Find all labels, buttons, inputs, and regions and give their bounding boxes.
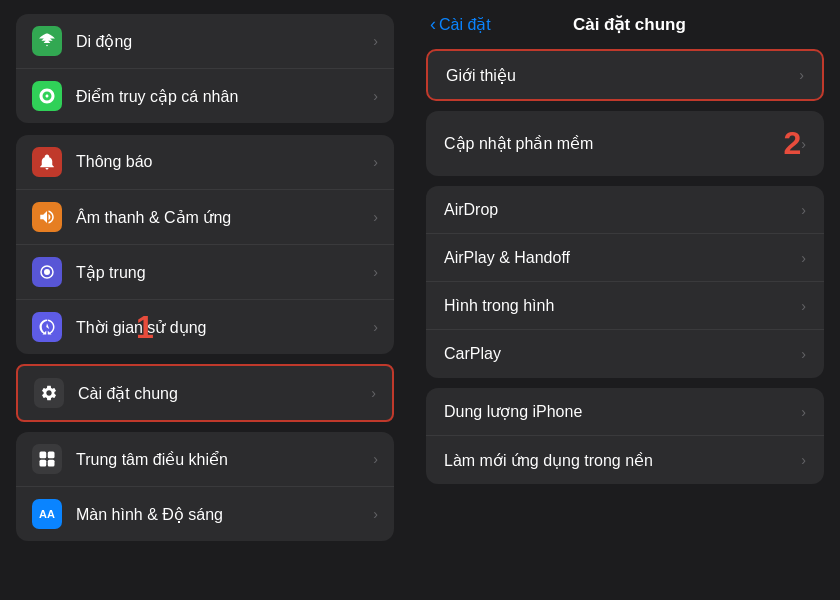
man-hinh-icon: AA [32,499,62,529]
svg-rect-3 [48,460,55,467]
sidebar-item-tap-trung[interactable]: Tập trung › [16,245,394,300]
right-header: ‹ Cài đặt Cài đặt chung [410,0,840,45]
right-group-a: Giới thiệu › [426,49,824,101]
right-item-hinh-trong-hinh[interactable]: Hình trong hình › [426,282,824,330]
svg-rect-1 [48,452,55,459]
thong-bao-chevron: › [373,154,378,170]
right-item-dung-luong[interactable]: Dung lượng iPhone › [426,388,824,436]
di-dong-chevron: › [373,33,378,49]
am-thanh-chevron: › [373,209,378,225]
gioi-thieu-chevron: › [799,67,804,83]
left-panel: Di động › Điểm truy cập cá nhân › Thông … [0,0,410,600]
badge-2: 2 [784,125,802,162]
tap-trung-label: Tập trung [76,263,373,282]
right-group-cap-nhat: Cập nhật phần mềm 2 › [426,111,824,176]
right-panel: ‹ Cài đặt Cài đặt chung Giới thiệu › Cập… [410,0,840,600]
man-hinh-label: Màn hình & Độ sáng [76,505,373,524]
hinh-trong-hinh-chevron: › [801,298,806,314]
man-hinh-chevron: › [373,506,378,522]
sidebar-item-diem-truy-cap[interactable]: Điểm truy cập cá nhân › [16,69,394,123]
trung-tam-label: Trung tâm điều khiển [76,450,373,469]
right-item-airdrop[interactable]: AirDrop › [426,186,824,234]
back-button[interactable]: ‹ Cài đặt [430,14,491,35]
am-thanh-icon [32,202,62,232]
highlighted-cai-dat-chung: Cài đặt chung › [16,364,394,422]
tap-trung-icon [32,257,62,287]
cai-dat-chung-icon [34,378,64,408]
svg-rect-2 [40,460,47,467]
right-item-airplay[interactable]: AirPlay & Handoff › [426,234,824,282]
settings-group-1: Di động › Điểm truy cập cá nhân › [16,14,394,123]
carplay-chevron: › [801,346,806,362]
back-label: Cài đặt [439,15,491,34]
sidebar-item-di-dong[interactable]: Di động › [16,14,394,69]
lam-moi-label: Làm mới ứng dụng trong nền [444,451,801,470]
carplay-label: CarPlay [444,345,801,363]
thoi-gian-icon [32,312,62,342]
cai-dat-chung-chevron: › [371,385,376,401]
tap-trung-chevron: › [373,264,378,280]
lam-moi-chevron: › [801,452,806,468]
airplay-chevron: › [801,250,806,266]
airplay-label: AirPlay & Handoff [444,249,801,267]
sidebar-item-cai-dat-chung[interactable]: Cài đặt chung › [18,366,392,420]
thong-bao-icon [32,147,62,177]
am-thanh-label: Âm thanh & Cảm ứng [76,208,373,227]
right-item-gioi-thieu[interactable]: Giới thiệu › [428,51,822,99]
gioi-thieu-label: Giới thiệu [446,66,799,85]
right-content: Giới thiệu › Cập nhật phần mềm 2 › AirDr… [410,45,840,600]
dung-luong-label: Dung lượng iPhone [444,402,801,421]
airdrop-label: AirDrop [444,201,801,219]
trung-tam-icon [32,444,62,474]
sidebar-item-thong-bao[interactable]: Thông báo › [16,135,394,190]
diem-truy-cap-chevron: › [373,88,378,104]
svg-rect-0 [40,452,47,459]
right-item-cap-nhat[interactable]: Cập nhật phần mềm 2 › [426,111,824,176]
badge-1: 1 [136,309,154,346]
cap-nhat-chevron: › [801,136,806,152]
airdrop-chevron: › [801,202,806,218]
back-chevron-icon: ‹ [430,14,436,35]
sidebar-item-man-hinh[interactable]: AA Màn hình & Độ sáng › [16,487,394,541]
right-group-highlighted-wrapper: Giới thiệu › Cập nhật phần mềm 2 › [426,49,824,176]
thoi-gian-label: Thời gian sử dụng [76,318,373,337]
sidebar-item-am-thanh[interactable]: Âm thanh & Cảm ứng › [16,190,394,245]
hinh-trong-hinh-label: Hình trong hình [444,297,801,315]
cap-nhat-label: Cập nhật phần mềm [444,134,744,153]
thong-bao-label: Thông báo [76,153,373,171]
right-item-carplay[interactable]: CarPlay › [426,330,824,378]
trung-tam-chevron: › [373,451,378,467]
settings-group-2: Thông báo › Âm thanh & Cảm ứng › Tập tru… [16,135,394,354]
di-dong-label: Di động [76,32,373,51]
thoi-gian-chevron: › [373,319,378,335]
cai-dat-chung-label: Cài đặt chung [78,384,371,403]
page-title: Cài đặt chung [499,14,760,35]
right-item-lam-moi[interactable]: Làm mới ứng dụng trong nền › [426,436,824,484]
settings-group-bottom: Trung tâm điều khiển › AA Màn hình & Độ … [16,432,394,541]
diem-truy-cap-label: Điểm truy cập cá nhân [76,87,373,106]
diem-truy-cap-icon [32,81,62,111]
sidebar-item-thoi-gian[interactable]: Thời gian sử dụng › 1 [16,300,394,354]
sidebar-item-trung-tam[interactable]: Trung tâm điều khiển › [16,432,394,487]
di-dong-icon [32,26,62,56]
right-group-b: AirDrop › AirPlay & Handoff › Hình trong… [426,186,824,378]
right-group-c: Dung lượng iPhone › Làm mới ứng dụng tro… [426,388,824,484]
dung-luong-chevron: › [801,404,806,420]
